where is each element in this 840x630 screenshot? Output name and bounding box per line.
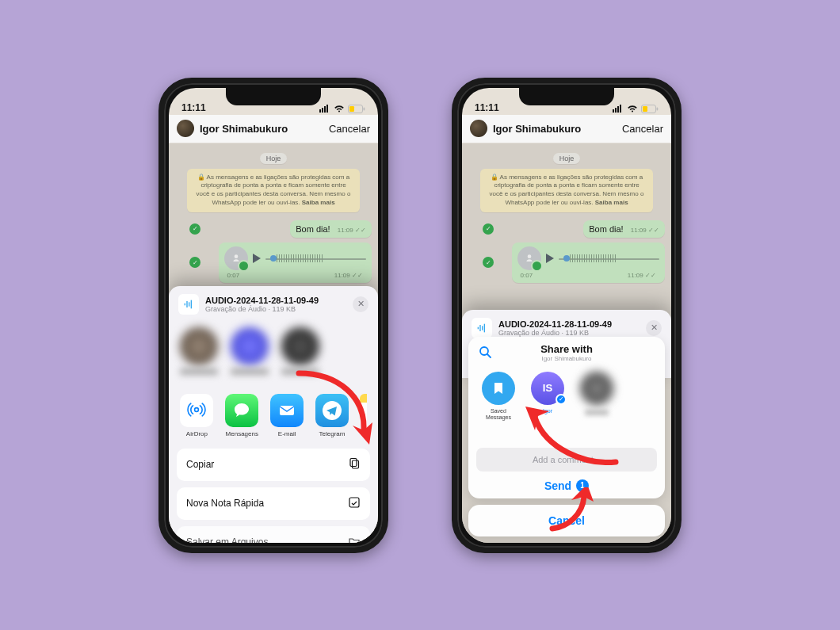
play-icon[interactable] bbox=[253, 254, 261, 263]
app-notes-peek[interactable] bbox=[360, 394, 367, 427]
airdrop-contact[interactable] bbox=[231, 327, 269, 375]
export-check-icon: ✓ bbox=[483, 223, 494, 235]
telegram-icon bbox=[315, 394, 349, 427]
svg-rect-7 bbox=[185, 303, 185, 305]
airdrop-icon bbox=[180, 394, 213, 427]
svg-rect-26 bbox=[482, 326, 483, 330]
share-sheet[interactable]: AUDIO-2024-11-28-11-09-49 Gravação de Áu… bbox=[169, 286, 378, 543]
comment-input[interactable]: Add a comment... bbox=[476, 448, 657, 472]
share-with-title: Share with bbox=[476, 343, 657, 355]
message-row: ✓ Bom dia! 11:09 ✓✓ bbox=[468, 220, 665, 238]
app-telegram[interactable]: Telegram bbox=[315, 394, 349, 437]
app-messages[interactable]: Mensagens bbox=[225, 394, 259, 437]
svg-rect-19 bbox=[617, 106, 619, 113]
send-count-badge: 1 bbox=[576, 479, 589, 492]
share-apps-row: AirDrop Mensagens E-mail bbox=[169, 384, 378, 441]
svg-rect-27 bbox=[484, 323, 485, 332]
audio-waveform[interactable] bbox=[559, 253, 659, 264]
contact-name[interactable]: Igor Shimabukuro bbox=[493, 123, 581, 135]
phone-left: 11:11 Igor Shimabukuro Cancelar Ho bbox=[158, 78, 388, 553]
message-row: ✓ 0:0711:09 ✓✓ bbox=[468, 242, 665, 283]
svg-rect-6 bbox=[364, 107, 365, 110]
svg-rect-3 bbox=[326, 105, 328, 113]
messages-icon bbox=[225, 394, 258, 427]
wifi-icon bbox=[334, 105, 345, 113]
bookmark-icon bbox=[482, 372, 515, 405]
app-airdrop[interactable]: AirDrop bbox=[180, 394, 214, 437]
close-share-button[interactable]: ✕ bbox=[353, 296, 368, 312]
telegram-targets: Saved Messages IS ✓ Igor bbox=[468, 364, 665, 426]
export-check-icon: ✓ bbox=[189, 257, 200, 268]
target-saved-messages[interactable]: Saved Messages bbox=[479, 372, 517, 421]
action-save-files[interactable]: Salvar em Arquivos bbox=[177, 526, 370, 543]
svg-rect-16 bbox=[349, 498, 359, 507]
message-bubble[interactable]: Bom dia! 11:09 ✓✓ bbox=[290, 220, 372, 238]
quick-note-icon bbox=[348, 496, 361, 511]
svg-rect-18 bbox=[615, 108, 617, 113]
cancel-link[interactable]: Cancelar bbox=[622, 123, 663, 135]
export-check-icon: ✓ bbox=[483, 257, 494, 268]
cancel-button[interactable]: Cancel bbox=[468, 505, 665, 536]
svg-rect-10 bbox=[191, 300, 192, 308]
share-file-subtitle: Gravação de Áudio · 119 KB bbox=[205, 305, 346, 313]
audio-file-icon bbox=[472, 318, 492, 338]
share-file-name: AUDIO-2024-11-28-11-09-49 bbox=[498, 319, 640, 329]
airdrop-contacts bbox=[169, 321, 378, 384]
svg-rect-15 bbox=[353, 460, 359, 468]
phone-right: 11:11 Igor Shimabukuro Cancelar Hoje 🔒 A… bbox=[452, 78, 682, 553]
app-mail[interactable]: E-mail bbox=[270, 394, 304, 437]
battery-icon bbox=[641, 105, 659, 113]
whatsapp-header: Igor Shimabukuro Cancelar bbox=[462, 115, 671, 143]
encryption-banner[interactable]: 🔒 As mensagens e as ligações são protegi… bbox=[480, 169, 653, 212]
cellular-icon bbox=[319, 105, 330, 113]
mail-icon bbox=[270, 394, 304, 427]
action-quick-note[interactable]: Nova Nota Rápida bbox=[177, 487, 370, 520]
copy-icon bbox=[348, 457, 361, 472]
target-contact-blurred[interactable] bbox=[578, 372, 616, 421]
contact-name[interactable]: Igor Shimabukuro bbox=[200, 123, 288, 135]
airdrop-contact[interactable] bbox=[180, 327, 218, 375]
search-button[interactable] bbox=[476, 343, 494, 361]
svg-rect-1 bbox=[322, 108, 323, 113]
date-chip: Hoje bbox=[553, 153, 581, 164]
voice-avatar-icon bbox=[224, 246, 248, 270]
send-button[interactable]: Send 1 bbox=[544, 479, 589, 492]
target-contact-igor[interactable]: IS ✓ Igor bbox=[529, 372, 567, 421]
close-share-button[interactable]: ✕ bbox=[646, 320, 662, 336]
date-chip: Hoje bbox=[260, 153, 288, 164]
selected-check-icon: ✓ bbox=[556, 394, 567, 405]
notch bbox=[519, 88, 614, 105]
audio-message[interactable]: 0:0711:09 ✓✓ bbox=[512, 242, 665, 283]
share-file-name: AUDIO-2024-11-28-11-09-49 bbox=[205, 296, 346, 305]
svg-rect-25 bbox=[479, 325, 480, 331]
share-file-subtitle: Gravação de Áudio · 119 KB bbox=[498, 329, 640, 337]
svg-rect-17 bbox=[613, 109, 614, 113]
message-row: ✓ Bom dia! 11:09 ✓✓ bbox=[175, 220, 372, 238]
svg-rect-20 bbox=[620, 105, 621, 113]
whatsapp-header: Igor Shimabukuro Cancelar bbox=[169, 115, 378, 143]
svg-rect-14 bbox=[350, 458, 357, 466]
folder-icon bbox=[348, 535, 361, 543]
svg-rect-24 bbox=[478, 326, 479, 329]
audio-message[interactable]: 0:07 11:09 ✓✓ bbox=[219, 242, 372, 283]
svg-rect-12 bbox=[280, 406, 294, 415]
encryption-banner[interactable]: 🔒 As mensagens e as ligações são protegi… bbox=[187, 169, 360, 212]
action-copy[interactable]: Copiar bbox=[177, 449, 370, 481]
svg-rect-23 bbox=[657, 107, 659, 110]
svg-rect-9 bbox=[189, 302, 189, 306]
export-check-icon: ✓ bbox=[189, 223, 200, 235]
svg-rect-2 bbox=[324, 106, 326, 113]
cancel-link[interactable]: Cancelar bbox=[329, 123, 370, 135]
svg-rect-8 bbox=[186, 301, 187, 307]
contact-avatar[interactable] bbox=[177, 120, 194, 137]
contact-avatar[interactable] bbox=[470, 120, 487, 137]
audio-waveform[interactable] bbox=[265, 253, 366, 264]
play-icon[interactable] bbox=[546, 254, 554, 263]
status-time: 11:11 bbox=[475, 102, 499, 113]
svg-point-11 bbox=[195, 407, 199, 411]
message-row: ✓ 0:07 bbox=[175, 242, 372, 283]
svg-rect-5 bbox=[349, 106, 354, 112]
airdrop-contact[interactable] bbox=[281, 327, 319, 375]
share-file-row: AUDIO-2024-11-28-11-09-49 Gravação de Áu… bbox=[169, 286, 378, 321]
message-bubble[interactable]: Bom dia! 11:09 ✓✓ bbox=[583, 220, 665, 238]
